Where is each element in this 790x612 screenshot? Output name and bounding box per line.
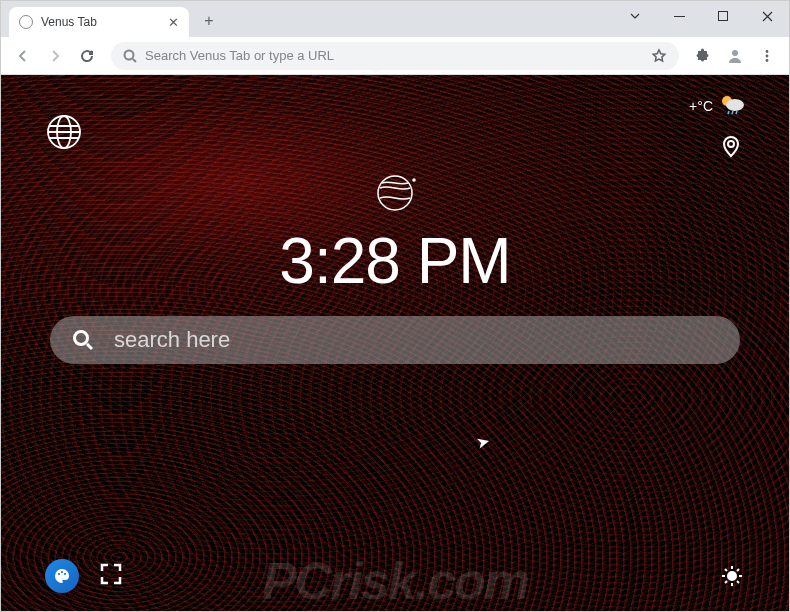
browser-tab[interactable]: Venus Tab ✕ (9, 7, 189, 37)
svg-point-12 (378, 176, 412, 210)
svg-point-17 (64, 573, 66, 575)
bottom-left-controls (45, 559, 123, 593)
svg-point-6 (766, 59, 769, 62)
svg-point-5 (766, 54, 769, 57)
fullscreen-button[interactable] (99, 562, 123, 590)
search-icon (72, 329, 94, 351)
browser-toolbar (1, 37, 789, 75)
clock-display: 3:28 PM (279, 224, 510, 298)
palette-button[interactable] (45, 559, 79, 593)
star-icon[interactable] (651, 48, 667, 64)
svg-point-18 (728, 572, 736, 580)
svg-rect-1 (719, 12, 728, 21)
close-tab-icon[interactable]: ✕ (168, 15, 179, 30)
search-icon (123, 49, 137, 63)
forward-button[interactable] (41, 42, 69, 70)
brightness-button[interactable] (719, 563, 745, 593)
new-tab-button[interactable]: + (195, 7, 223, 35)
svg-rect-0 (674, 16, 685, 17)
page-content: +°C 3:28 PM ➤ (1, 75, 789, 611)
location-icon[interactable] (717, 134, 745, 162)
top-right-widgets: +°C (689, 93, 745, 162)
svg-point-3 (732, 50, 738, 56)
svg-point-13 (413, 179, 415, 181)
svg-point-11 (728, 141, 734, 147)
close-window-button[interactable] (745, 1, 789, 31)
bottom-right-controls (719, 563, 745, 593)
tab-title: Venus Tab (41, 15, 160, 29)
browser-window: Venus Tab ✕ + +°C (0, 0, 790, 612)
svg-point-10 (726, 99, 744, 111)
window-controls (613, 1, 789, 31)
center-block: 3:28 PM (1, 170, 789, 364)
address-bar[interactable] (111, 42, 679, 70)
back-button[interactable] (9, 42, 37, 70)
weather-temp: +°C (689, 98, 713, 114)
search-bar[interactable] (50, 316, 740, 364)
maximize-button[interactable] (701, 1, 745, 31)
extensions-button[interactable] (689, 42, 717, 70)
profile-button[interactable] (721, 42, 749, 70)
menu-button[interactable] (753, 42, 781, 70)
tab-favicon-icon (19, 15, 33, 29)
svg-point-4 (766, 50, 769, 53)
caret-down-icon[interactable] (613, 1, 657, 31)
svg-point-16 (61, 571, 63, 573)
svg-point-15 (58, 573, 60, 575)
weather-icon (719, 93, 745, 118)
svg-point-14 (75, 332, 88, 345)
svg-point-2 (125, 50, 134, 59)
weather-widget[interactable]: +°C (689, 93, 745, 118)
minimize-button[interactable] (657, 1, 701, 31)
reload-button[interactable] (73, 42, 101, 70)
search-input[interactable] (114, 327, 718, 353)
url-input[interactable] (145, 48, 643, 63)
planet-logo-icon (372, 170, 418, 216)
globe-icon[interactable] (45, 113, 83, 151)
titlebar: Venus Tab ✕ + (1, 1, 789, 37)
